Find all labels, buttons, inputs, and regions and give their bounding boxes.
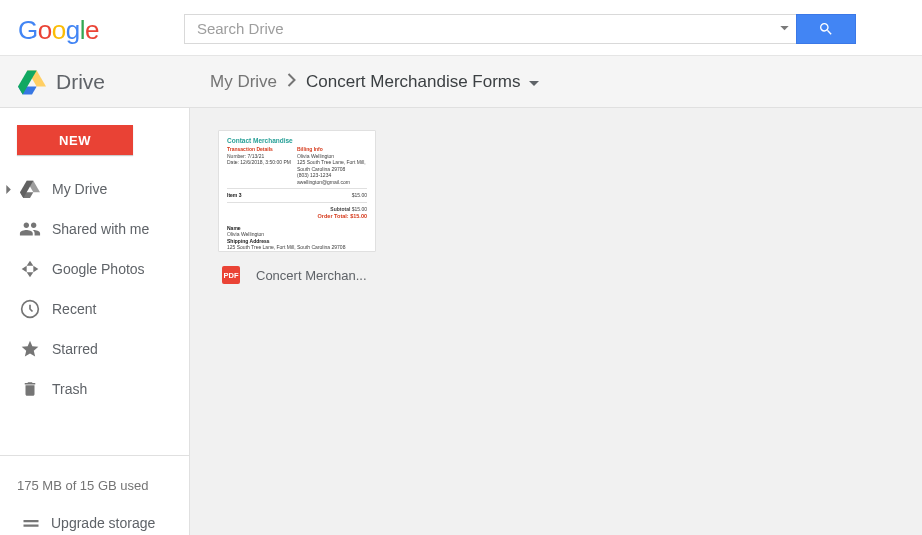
new-button[interactable]: NEW bbox=[17, 125, 133, 155]
drive-icon bbox=[18, 177, 42, 201]
chevron-right-icon bbox=[287, 72, 296, 92]
sidebar-item-photos[interactable]: Google Photos bbox=[0, 249, 189, 289]
drive-brand-text: Drive bbox=[56, 70, 105, 94]
pdf-icon: PDF bbox=[222, 266, 240, 284]
sidebar-item-trash[interactable]: Trash bbox=[0, 369, 189, 409]
breadcrumb-current[interactable]: Concert Merchandise Forms bbox=[306, 72, 538, 92]
google-logo[interactable]: Google bbox=[18, 9, 99, 46]
search-icon bbox=[818, 21, 834, 37]
header-sub: Drive My Drive Concert Merchandise Forms bbox=[0, 56, 922, 108]
new-button-wrap: NEW bbox=[0, 108, 189, 169]
search-container bbox=[184, 14, 856, 44]
breadcrumb-current-label: Concert Merchandise Forms bbox=[306, 72, 520, 92]
breadcrumb-parent[interactable]: My Drive bbox=[210, 72, 277, 92]
file-meta: PDF Concert Merchan... bbox=[218, 252, 376, 284]
caret-down-icon bbox=[780, 26, 789, 31]
breadcrumb: My Drive Concert Merchandise Forms bbox=[190, 72, 539, 92]
sidebar-item-shared[interactable]: Shared with me bbox=[0, 209, 189, 249]
file-thumbnail[interactable]: Contact Merchandise Transaction Details … bbox=[218, 130, 376, 252]
star-icon bbox=[18, 337, 42, 361]
sidebar-item-label: Shared with me bbox=[52, 221, 149, 237]
people-icon bbox=[18, 217, 42, 241]
sidebar-item-label: Trash bbox=[52, 381, 87, 397]
thumb-title: Contact Merchandise bbox=[227, 137, 367, 145]
upgrade-storage-link[interactable]: Upgrade storage bbox=[17, 511, 172, 535]
storage-text: 175 MB of 15 GB used bbox=[17, 478, 172, 493]
expand-icon[interactable] bbox=[2, 185, 16, 194]
caret-down-icon bbox=[529, 72, 539, 92]
nav-list: My Drive Shared with me Google Photos bbox=[0, 169, 189, 409]
file-name: Concert Merchan... bbox=[256, 268, 367, 283]
sidebar: NEW My Drive Shared with me bbox=[0, 108, 190, 535]
file-item[interactable]: Contact Merchandise Transaction Details … bbox=[218, 130, 376, 284]
search-button[interactable] bbox=[796, 14, 856, 44]
sidebar-item-recent[interactable]: Recent bbox=[0, 289, 189, 329]
content-area: Contact Merchandise Transaction Details … bbox=[190, 108, 922, 535]
sidebar-item-starred[interactable]: Starred bbox=[0, 329, 189, 369]
search-input[interactable] bbox=[184, 14, 774, 44]
main-area: NEW My Drive Shared with me bbox=[0, 108, 922, 535]
clock-icon bbox=[18, 297, 42, 321]
drive-brand[interactable]: Drive bbox=[0, 69, 190, 95]
trash-icon bbox=[18, 377, 42, 401]
search-options-dropdown[interactable] bbox=[774, 14, 796, 44]
upgrade-label: Upgrade storage bbox=[51, 515, 155, 531]
header-top: Google bbox=[0, 0, 922, 56]
sidebar-item-label: My Drive bbox=[52, 181, 107, 197]
photos-icon bbox=[18, 257, 42, 281]
sidebar-item-label: Starred bbox=[52, 341, 98, 357]
storage-icon bbox=[19, 511, 43, 535]
storage-section: 175 MB of 15 GB used Upgrade storage bbox=[0, 455, 189, 535]
sidebar-item-my-drive[interactable]: My Drive bbox=[0, 169, 189, 209]
sidebar-item-label: Recent bbox=[52, 301, 96, 317]
sidebar-item-label: Google Photos bbox=[52, 261, 145, 277]
drive-logo-icon bbox=[18, 69, 46, 95]
